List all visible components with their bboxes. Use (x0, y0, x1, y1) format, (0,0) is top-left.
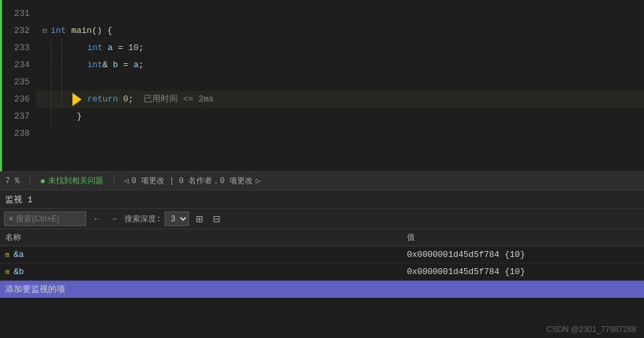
var-a-233: a (103, 40, 113, 57)
indent-236-2 (61, 91, 72, 108)
watch-header: 监视 1 (0, 190, 644, 208)
changes-text: 0 项更改 | 0 名作者，0 项更改 (132, 175, 254, 186)
punct2-233: ; (138, 40, 144, 57)
status-ok-text: 未找到相关问题 (48, 175, 103, 186)
code-line-237: } (36, 108, 644, 125)
gutter-232: ⊟ (39, 22, 51, 40)
status-ok-item: ● 未找到相关问题 (40, 175, 103, 186)
watch-row-a[interactable]: ⊞ &a 0x0000001d45d5f784 {10} (0, 246, 644, 264)
punct2-234: ; (138, 57, 144, 74)
space-232 (66, 22, 71, 40)
punct-236: ; (128, 91, 134, 108)
keyword-int-232: int (51, 22, 66, 40)
code-line-236: return 0 ; 已用时间 <= 2ms (36, 91, 644, 108)
row-value-b: 0x0000001d45d5f784 {10} (402, 267, 644, 277)
code-line-233: int a = 10 ; (36, 40, 644, 57)
debug-arrow (72, 93, 82, 106)
indent-234-1 (51, 57, 61, 74)
row-icon-a: ⊞ (5, 250, 10, 259)
keyword-return-236: return (87, 91, 118, 108)
row-value-a: 0x0000001d45d5f784 {10} (402, 250, 644, 260)
indent-236-1 (51, 91, 61, 108)
status-icon-separator: | (28, 177, 32, 186)
punct-232: () { (92, 22, 112, 40)
format-btn-2[interactable]: ⊟ (210, 212, 223, 225)
space2-236 (118, 91, 123, 108)
csdn-watermark: CSDN @2301_77987288 (547, 325, 636, 334)
depth-label: 搜索深度: (124, 213, 161, 225)
watch-columns: 名称 值 (0, 229, 644, 246)
search-box[interactable]: ⌕ (4, 211, 86, 226)
search-icon: ⌕ (9, 214, 13, 224)
punct-eq-234: = (118, 57, 133, 74)
watch-title: 监视 1 (5, 194, 33, 206)
keyword-int-233: int (87, 40, 102, 57)
code-line-235 (36, 74, 644, 91)
line-numbers: 231 232 233 234 235 236 237 238 (0, 0, 36, 171)
space-233 (72, 40, 87, 57)
var-a-234: a (134, 57, 139, 74)
indent-235-1 (51, 74, 61, 91)
row-label-a: &a (14, 250, 24, 260)
code-line-232: ⊟ int main () { (36, 22, 644, 40)
punct-amp-234: & (103, 57, 108, 74)
indent-235-2 (61, 74, 72, 91)
indent-234-2 (61, 57, 72, 74)
panel-bottom: 监视 1 ⌕ ← → 搜索深度: 3 1 2 4 5 ⊞ ⊟ 名称 值 ⊞ &a (0, 190, 644, 338)
status-ok-icon: ● (40, 176, 45, 186)
green-bar (0, 0, 2, 171)
num-233: 10 (128, 40, 139, 57)
punct-233: = (113, 40, 128, 57)
code-line-231 (36, 5, 644, 22)
add-row-label: 添加要监视的项 (5, 283, 65, 295)
row-name-a: ⊞ &a (0, 250, 402, 260)
indent-237-1 (51, 108, 61, 125)
nav-right-btn[interactable]: ▷ (255, 176, 260, 186)
depth-select[interactable]: 3 1 2 4 5 (165, 211, 189, 226)
format-btn-1[interactable]: ⊞ (193, 212, 206, 225)
status-sep-2: | (111, 177, 116, 186)
keyword-int-234: int (87, 57, 102, 74)
col-value-header: 值 (402, 232, 644, 243)
col-name-header: 名称 (0, 232, 402, 243)
code-content: ⊟ int main () { int a = 10 ; int (36, 0, 644, 171)
nav-right-watch[interactable]: → (107, 213, 121, 225)
nav-left-btn[interactable]: ◁ (124, 176, 128, 186)
row-name-b: ⊞ &b (0, 267, 402, 277)
nav-left-watch[interactable]: ← (90, 213, 103, 225)
time-hint-236: 已用时间 <= 2ms (134, 91, 214, 108)
indent-233-2 (61, 40, 72, 57)
code-line-234: int & b = a ; (36, 57, 644, 74)
num-0-236: 0 (123, 91, 128, 108)
watch-row-b[interactable]: ⊞ &b 0x0000001d45d5f784 {10} (0, 264, 644, 281)
row-label-b: &b (14, 267, 24, 277)
row-icon-b: ⊞ (5, 268, 10, 276)
collapse-icon-232[interactable]: ⊟ (43, 22, 47, 40)
zoom-level: 7 % (5, 177, 20, 186)
indent-233-1 (51, 40, 61, 57)
space-234 (72, 57, 87, 74)
watch-row-add[interactable]: 添加要监视的项 (0, 281, 644, 298)
nav-arrows[interactable]: ◁ 0 项更改 | 0 名作者，0 项更改 ▷ (124, 175, 260, 186)
editor-area: 231 232 233 234 235 236 237 238 ⊟ int ma… (0, 0, 644, 171)
fn-main-232: main (71, 22, 92, 40)
space-237 (61, 108, 76, 125)
var-b-234: b (108, 57, 119, 74)
search-input[interactable] (16, 214, 82, 223)
status-bar: 7 % | ● 未找到相关问题 | ◁ 0 项更改 | 0 名作者，0 项更改 … (0, 171, 644, 190)
brace-237: } (76, 108, 82, 125)
watch-toolbar: ⌕ ← → 搜索深度: 3 1 2 4 5 ⊞ ⊟ (0, 208, 644, 229)
code-line-238 (36, 125, 644, 142)
